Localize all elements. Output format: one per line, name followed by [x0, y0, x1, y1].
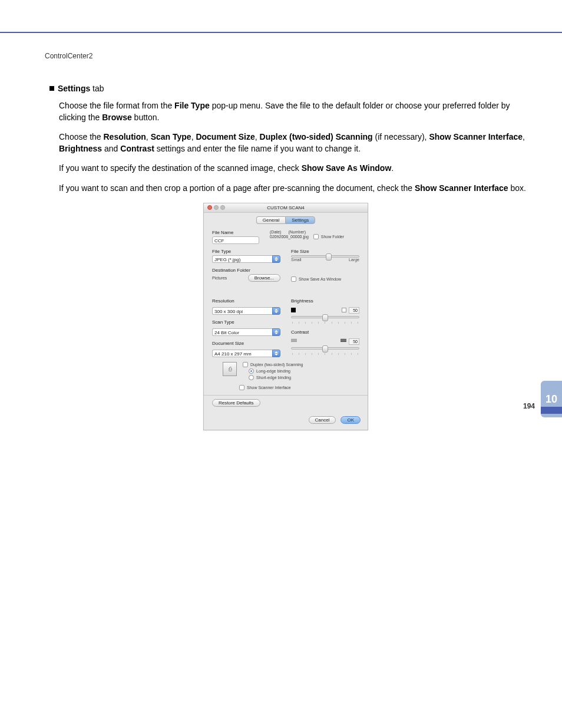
paragraph-3: If you want to specify the destination o…: [59, 163, 527, 174]
settings-tab-heading: Settings tab: [49, 84, 527, 93]
ok-button[interactable]: OK: [340, 416, 361, 424]
restore-defaults-button[interactable]: Restore Defaults: [212, 399, 260, 407]
brightness-light-icon: [342, 308, 346, 312]
date-label: (Date): [270, 230, 281, 234]
file-type-label: File Type: [212, 249, 280, 254]
destination-folder-value: Pictures: [212, 276, 227, 280]
bullet-square-icon: [49, 86, 54, 91]
document-size-label: Document Size: [212, 341, 280, 346]
file-name-input[interactable]: CCF: [212, 236, 259, 244]
cancel-button[interactable]: Cancel: [309, 416, 336, 424]
contrast-high-icon: [340, 339, 346, 344]
resolution-label: Resolution: [212, 298, 280, 304]
contrast-label: Contrast: [291, 330, 359, 335]
minimize-icon[interactable]: [214, 205, 219, 210]
dropdown-icon[interactable]: [272, 307, 280, 315]
paragraph-4: If you want to scan and then crop a port…: [59, 183, 527, 195]
scan-type-label: Scan Type: [212, 319, 280, 325]
file-name-label: File Name: [212, 230, 259, 235]
page-number: 194: [523, 402, 535, 410]
browse-button[interactable]: Browse...: [248, 274, 280, 282]
dialog-tabs: General Settings: [204, 213, 368, 226]
file-type-select[interactable]: JPEG (*.jpg): [212, 255, 280, 263]
zoom-icon[interactable]: [220, 205, 225, 210]
document-size-select[interactable]: A4 210 x 297 mm: [212, 350, 280, 357]
close-icon[interactable]: [207, 205, 212, 210]
brightness-slider[interactable]: [291, 316, 359, 318]
show-save-as-checkbox[interactable]: Show Save As Window: [291, 276, 359, 282]
brightness-dark-icon: [291, 308, 296, 312]
contrast-low-icon: [291, 339, 297, 344]
brightness-value[interactable]: 50: [349, 307, 359, 314]
file-size-slider[interactable]: [291, 255, 359, 258]
dialog-titlebar: CUSTOM SCAN4: [204, 203, 368, 213]
generated-filename: 02092008_00000.jpg: [270, 235, 309, 239]
custom-scan-dialog: CUSTOM SCAN4 General Settings File Name …: [203, 203, 368, 430]
paragraph-2: Choose the Resolution, Scan Type, Docume…: [59, 131, 527, 154]
short-edge-radio[interactable]: Short-edge binding: [249, 375, 303, 380]
tab-general[interactable]: General: [256, 216, 285, 224]
dialog-title: CUSTOM SCAN4: [267, 205, 304, 210]
file-size-small-label: Small: [291, 258, 302, 262]
duplex-checkbox[interactable]: Duplex (two-sided) Scanning: [243, 362, 303, 367]
running-header: ControlCenter2: [45, 52, 527, 60]
dropdown-icon[interactable]: [272, 350, 280, 357]
destination-folder-label: Destination Folder: [212, 268, 280, 273]
paragraph-1: Choose the file format from the File Typ…: [59, 100, 527, 123]
dropdown-icon[interactable]: [272, 328, 280, 336]
top-accent-bar: [0, 0, 562, 33]
dropdown-icon[interactable]: [272, 255, 280, 263]
resolution-select[interactable]: 300 x 300 dpi: [212, 307, 280, 315]
duplex-icon: ⎙: [223, 362, 237, 376]
number-label: (Number): [288, 230, 306, 234]
contrast-value[interactable]: 50: [349, 338, 359, 345]
tab-settings[interactable]: Settings: [285, 216, 315, 224]
window-controls[interactable]: [207, 205, 225, 210]
show-folder-checkbox[interactable]: Show Folder: [313, 234, 344, 239]
brightness-label: Brightness: [291, 298, 359, 304]
contrast-slider[interactable]: [291, 347, 359, 350]
scan-type-select[interactable]: 24 Bit Color: [212, 328, 280, 336]
long-edge-radio[interactable]: Long-edge binding: [249, 368, 303, 374]
file-size-large-label: Large: [349, 258, 359, 262]
file-size-label: File Size: [291, 249, 359, 254]
show-scanner-interface-checkbox[interactable]: Show Scanner Interface: [239, 385, 359, 390]
page-accent: [541, 407, 562, 414]
